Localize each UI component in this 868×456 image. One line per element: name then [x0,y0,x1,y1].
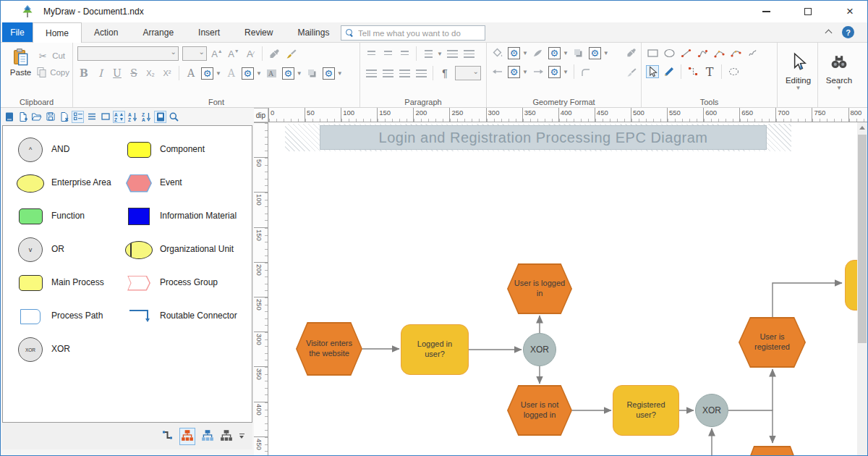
library-item-event[interactable]: Event [124,166,252,200]
diagram-connector[interactable] [773,283,842,317]
text-stroke-dropdown[interactable]: ▼ [256,70,262,77]
begin-arrowhead-settings-button[interactable]: ⚙ [508,66,520,78]
text-stroke-settings-button[interactable]: ⚙ [242,67,254,80]
list-view-button[interactable] [85,111,98,123]
line-spacing-combo[interactable] [455,66,481,80]
help-button[interactable]: ? [842,26,854,38]
save-library-button[interactable] [44,111,56,123]
shape-shadow-settings-button[interactable]: ⚙ [589,47,601,59]
diagram-node-visitor-enters[interactable]: Visitor enters the website [296,322,362,376]
orgchart-layout-button-gray[interactable] [220,429,233,444]
pencil-tool[interactable] [663,65,676,78]
library-item-process-path[interactable]: Process Path [16,300,124,333]
align-center-button[interactable] [381,67,394,80]
tab-insert[interactable]: Insert [186,22,232,42]
library-item-organizational-unit[interactable]: Organizational Unit [124,233,252,266]
arc-tool[interactable] [712,46,726,59]
geometry-eyedropper-button[interactable] [625,46,638,59]
format-brush-button[interactable] [284,47,297,60]
diagram-node-partial-function-right[interactable] [845,260,857,311]
diagram-node-user-logged-in[interactable]: User is logged in [507,263,572,314]
copy-button[interactable]: Copy [36,67,69,77]
library-item-routable-connector[interactable]: Routable Connector [124,300,252,333]
text-fill-dropdown[interactable]: ▼ [216,70,221,77]
open-library-button[interactable] [30,111,43,123]
tell-me-search-box[interactable] [341,25,485,41]
align-middle-button[interactable] [381,47,394,60]
tab-review[interactable]: Review [232,22,285,42]
ribbon-group-editing[interactable]: Editing ▼ [778,43,818,107]
text-fill-settings-button[interactable]: ⚙ [201,67,213,80]
paragraph-mark-button[interactable]: ¶ [438,67,451,80]
format-eyedropper-button[interactable] [268,47,281,60]
fill-dropdown[interactable]: ▼ [522,50,528,56]
end-arrowhead-settings-button[interactable]: ⚙ [548,66,561,78]
library-item-enterprise-area[interactable]: Enterprise Area [16,166,124,200]
tab-file[interactable]: File [2,22,33,42]
connector-tool[interactable] [686,65,699,78]
diagram-node-user-not-logged-in[interactable]: User is not logged in [507,385,572,436]
sort-toggle-button[interactable]: AZ [113,111,125,123]
library-item-main-process[interactable]: Main Process [16,266,124,300]
font-size-combo[interactable] [182,46,207,61]
decrease-indent-button[interactable] [463,47,476,60]
ribbon-group-search[interactable]: Search ▼ [818,43,859,107]
bullet-list-dropdown[interactable]: ▼ [437,51,443,57]
fill-settings-button[interactable]: ⚙ [508,47,520,59]
diagram-node-logged-in-user[interactable]: Logged in user? [401,324,469,375]
tab-home[interactable]: Home [33,22,82,43]
bullet-list-button[interactable] [422,47,435,60]
freehand-tool[interactable] [746,46,759,59]
italic-button[interactable]: I [94,67,107,80]
diagram-node-xor-2[interactable]: XOR [695,394,728,427]
align-left-button[interactable] [365,67,378,80]
diagram-node-xor-1[interactable]: XOR [523,333,556,366]
library-item-and[interactable]: ^AND [16,133,124,166]
connector-mode-button[interactable] [161,429,174,443]
maximize-button[interactable] [799,3,817,20]
scroll-up-arrow[interactable] [857,122,867,133]
text-shadow-dropdown[interactable]: ▼ [337,70,343,77]
clear-formatting-button[interactable]: A⁄ [244,47,257,60]
increase-indent-button[interactable] [446,47,459,60]
end-arrowhead-dropdown[interactable]: ▼ [563,69,569,75]
orgchart-layout-button-blue[interactable] [201,429,214,444]
grow-font-button[interactable]: A▲ [210,47,224,60]
align-top-button[interactable] [365,47,378,60]
stroke-settings-button[interactable]: ⚙ [548,47,561,59]
layout-options-dropdown[interactable] [239,433,245,440]
diagram-node-user-registered[interactable]: User is registered [739,317,806,368]
diagram-node-registered-user[interactable]: Registered user? [613,385,679,436]
rectangle-tool[interactable] [646,46,659,59]
library-catalog-button[interactable] [154,111,166,123]
scrollbar-thumb[interactable] [858,135,867,343]
subscript-button[interactable]: X₂ [144,67,157,80]
tell-me-search-input[interactable] [358,29,480,38]
strikethrough-button[interactable]: S [127,67,140,80]
corner-rounding-icon[interactable] [579,65,592,78]
details-view-button[interactable] [72,111,84,123]
vertical-scrollbar[interactable] [857,122,867,455]
shrink-font-button[interactable]: A▼ [227,47,240,60]
text-shadow-settings-button[interactable]: ⚙ [323,67,335,80]
paste-button[interactable]: Paste [5,46,36,77]
orgchart-layout-button-active[interactable] [179,428,195,445]
superscript-button[interactable]: X² [161,67,174,80]
sort-az-button[interactable]: AZ [127,111,139,123]
geometry-brush-button[interactable] [625,66,638,79]
collapse-ribbon-icon[interactable] [825,29,833,35]
close-library-button[interactable] [58,111,70,123]
justify-button[interactable] [414,67,427,80]
library-item-process-group[interactable]: Process Group [124,266,252,300]
text-highlight-dropdown[interactable]: ▼ [297,70,302,77]
library-item-xor[interactable]: XORXOR [16,333,124,366]
tab-action[interactable]: Action [82,22,130,42]
sort-za-button[interactable]: ZA [140,111,153,123]
library-item-component[interactable]: Component [124,133,252,166]
thumbnails-view-button[interactable] [99,111,111,123]
text-highlight-settings-button[interactable]: ⚙ [282,67,294,80]
new-library-button[interactable] [17,111,29,123]
curve-tool[interactable] [729,46,742,59]
ellipse-tool[interactable] [663,46,676,59]
library-item-or[interactable]: vOR [16,233,124,266]
